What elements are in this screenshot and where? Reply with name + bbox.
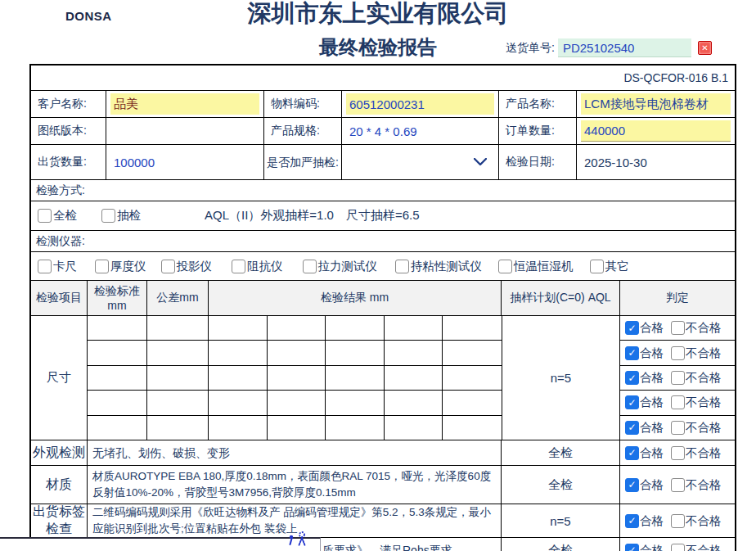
result-cell[interactable] (326, 366, 385, 390)
result-cell[interactable] (443, 341, 502, 364)
strict-sampling-label: 是否加严抽检: (264, 145, 342, 179)
climate-chamber-checkbox[interactable] (498, 260, 512, 273)
standard-cell[interactable] (88, 416, 147, 440)
tolerance-cell[interactable] (147, 366, 209, 390)
result-cell[interactable] (326, 341, 385, 364)
tolerance-cell[interactable] (147, 416, 209, 440)
appearance-criteria: 无堵孔、划伤、破损、变形 (88, 440, 502, 465)
result-cell[interactable] (209, 316, 268, 340)
order-qty-label: 订单数量: (499, 118, 577, 144)
fail-checkbox[interactable] (671, 371, 685, 385)
fail-checkbox[interactable] (671, 346, 685, 360)
standard-cell[interactable] (88, 391, 147, 414)
pass-label: 合格 (640, 445, 664, 461)
result-cell[interactable] (443, 391, 502, 414)
standard-cell[interactable] (88, 341, 147, 364)
result-cell[interactable] (268, 416, 326, 440)
inspection-date-value[interactable]: 2025-10-30 (581, 151, 731, 173)
pass-checkbox[interactable]: ✓ (625, 446, 639, 460)
result-cell[interactable] (326, 316, 385, 340)
material-code-value[interactable]: 60512000231 (346, 93, 494, 115)
label-check-item-label: 出货标签检查 (31, 504, 88, 537)
tension-tester-checkbox[interactable] (303, 260, 317, 273)
result-cell[interactable] (326, 416, 385, 440)
fail-checkbox[interactable] (671, 321, 685, 335)
customer-name-value[interactable]: 品美 (110, 93, 259, 115)
fail-checkbox[interactable] (671, 421, 685, 435)
fail-checkbox[interactable] (671, 446, 685, 460)
result-cell[interactable] (326, 391, 385, 414)
impedance-checkbox[interactable] (232, 260, 245, 273)
final-inspection-report-page: DONSA 深圳市东上实业有限公司 最终检验报告 送货单号: ✕ DS-QCFO… (0, 0, 756, 551)
pass-checkbox[interactable]: ✓ (625, 478, 639, 492)
ship-qty-value[interactable]: 100000 (110, 151, 259, 173)
fail-checkbox[interactable] (671, 478, 685, 492)
result-cell[interactable] (268, 341, 326, 364)
climate-chamber-label: 恒温恒湿机 (514, 259, 574, 274)
pass-checkbox[interactable]: ✓ (625, 421, 639, 435)
thickness-gauge-label: 厚度仪 (110, 259, 146, 274)
dimension-row (88, 316, 502, 341)
product-name-value[interactable]: LCM接地导电泡棉卷材 (581, 93, 731, 115)
result-cell[interactable] (443, 416, 502, 440)
tolerance-cell[interactable] (147, 391, 209, 414)
appearance-sampling-plan: 全检 (502, 440, 620, 465)
result-cell[interactable] (443, 316, 502, 340)
pass-label: 合格 (640, 477, 664, 493)
popup-edge (0, 537, 321, 551)
result-cell[interactable] (385, 366, 443, 390)
delivery-number-input[interactable] (558, 38, 691, 57)
pass-checkbox[interactable]: ✓ (625, 321, 639, 335)
dimension-sampling-plan: n=5 (502, 316, 620, 440)
caliper-checkbox[interactable] (38, 260, 52, 273)
fail-checkbox[interactable] (671, 514, 685, 528)
product-spec-value[interactable]: 20 * 4 * 0.69 (346, 120, 494, 142)
label-check-row: 出货标签检查 二维码编码规则采用《欣旺达物料及产 品编码管理规定》第5.2，5.… (31, 504, 735, 538)
standard-cell[interactable] (88, 366, 147, 390)
pass-checkbox[interactable]: ✓ (625, 544, 639, 551)
thickness-gauge-checkbox[interactable] (95, 260, 109, 273)
adhesion-tester-checkbox[interactable] (395, 260, 409, 273)
tolerance-cell[interactable] (147, 341, 209, 364)
pass-checkbox[interactable]: ✓ (625, 346, 639, 360)
info-row-2: 图纸版本: 产品规格: 20 * 4 * 0.69 订单数量: 440000 (31, 118, 735, 145)
fail-checkbox[interactable] (671, 544, 685, 551)
result-cell[interactable] (209, 391, 268, 414)
pass-checkbox[interactable]: ✓ (625, 514, 639, 528)
header-result: 检验结果 mm (209, 281, 502, 315)
pass-checkbox[interactable]: ✓ (625, 395, 639, 409)
standard-cell[interactable] (88, 316, 147, 340)
header-item: 检验项目 (31, 281, 88, 315)
method-options-row: 全检 抽检 AQL（II）外观抽样=1.0 尺寸抽样=6.5 (31, 201, 735, 231)
result-cell[interactable] (268, 316, 326, 340)
info-row-1: 客户名称: 品美 物料编码: 60512000231 产品名称: LCM接地导电… (31, 91, 735, 118)
order-qty-value[interactable]: 440000 (581, 120, 731, 142)
fail-label: 不合格 (686, 395, 722, 410)
pass-checkbox[interactable]: ✓ (625, 371, 639, 385)
result-cell[interactable] (268, 366, 326, 390)
fail-checkbox[interactable] (671, 395, 685, 409)
close-icon[interactable]: ✕ (698, 41, 712, 55)
projector-checkbox[interactable] (161, 260, 175, 273)
strict-sampling-select[interactable] (342, 145, 498, 179)
company-name: 深圳市东上实业有限公司 (0, 0, 756, 30)
inspection-form: DS-QCFOR-016 B.1 客户名称: 品美 物料编码: 60512000… (29, 64, 736, 551)
other-instrument-checkbox[interactable] (590, 260, 604, 273)
result-cell[interactable] (385, 341, 443, 364)
result-cell[interactable] (268, 391, 326, 414)
full-check-checkbox[interactable] (38, 209, 52, 223)
result-cell[interactable] (443, 366, 502, 390)
tolerance-cell[interactable] (147, 316, 209, 340)
result-cell[interactable] (209, 366, 268, 390)
result-cell[interactable] (385, 416, 443, 440)
result-cell[interactable] (385, 316, 443, 340)
adhesion-tester-label: 持粘性测试仪 (411, 259, 482, 274)
rohs-sampling-plan: 全检 (502, 538, 620, 551)
sampling-check-checkbox[interactable] (101, 209, 115, 223)
pass-label: 合格 (640, 346, 664, 361)
result-cell[interactable] (209, 341, 268, 364)
drawing-version-value[interactable] (110, 120, 259, 142)
result-cell[interactable] (209, 416, 268, 440)
pass-label: 合格 (640, 370, 664, 386)
result-cell[interactable] (385, 391, 443, 414)
